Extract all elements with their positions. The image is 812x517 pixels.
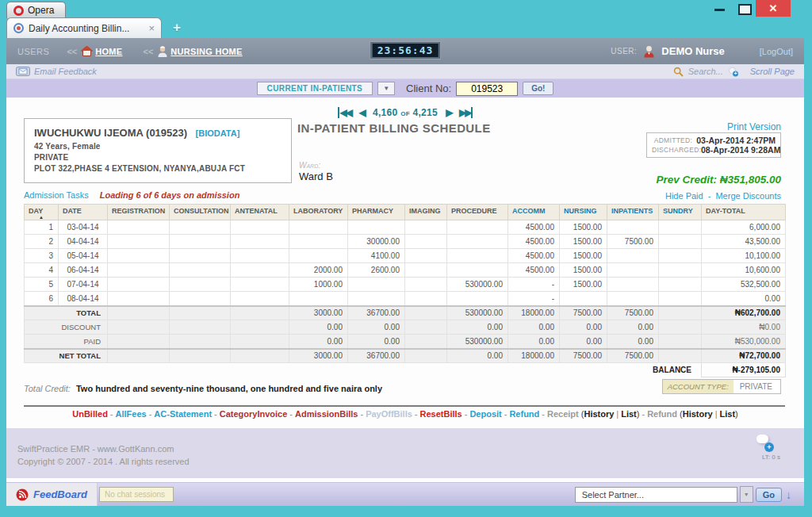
- action-link[interactable]: PayOffBills: [366, 409, 412, 419]
- nav-nursing-home-link[interactable]: << NURSING HOME: [143, 45, 242, 58]
- inpatients-dropdown-button[interactable]: ▼: [377, 82, 395, 95]
- column-header[interactable]: PHARMACY: [348, 205, 405, 220]
- column-header[interactable]: DAY▲: [25, 205, 59, 220]
- summary-cell: 18000.00: [508, 349, 560, 363]
- table-cell: [170, 292, 231, 306]
- action-link[interactable]: Refund: [509, 409, 539, 419]
- table-cell: [231, 235, 289, 249]
- summary-cell: [108, 306, 170, 320]
- history-link[interactable]: History: [683, 409, 713, 419]
- window-titlebar: Opera ✕: [0, 0, 812, 17]
- table-cell: 06-04-14: [59, 263, 108, 278]
- biodata-link[interactable]: [BIODATA]: [196, 128, 240, 138]
- summary-cell: 0.00: [607, 335, 659, 349]
- new-tab-button[interactable]: +: [168, 20, 186, 36]
- summary-row: NET TOTAL3000.0036700.000.0018000.007500…: [25, 349, 786, 363]
- link-separator: -: [642, 409, 645, 419]
- tab-close-icon[interactable]: ×: [148, 22, 155, 34]
- action-link[interactable]: Receipt: [547, 409, 579, 419]
- history-link[interactable]: History: [584, 409, 614, 419]
- partner-go-button[interactable]: Go: [756, 488, 782, 502]
- list-link[interactable]: List: [720, 409, 736, 419]
- table-cell: 1500.00: [560, 263, 607, 278]
- next-record-icon[interactable]: ▶: [446, 107, 451, 118]
- minimize-button[interactable]: [708, 0, 732, 16]
- summary-cell: [170, 335, 231, 349]
- table-cell: 04-04-14: [59, 235, 108, 249]
- list-link[interactable]: List: [621, 409, 637, 419]
- link-separator: -: [149, 409, 152, 419]
- link-separator: -: [415, 409, 418, 419]
- table-cell: [289, 249, 348, 263]
- select-partner-dropdown[interactable]: Select Partner...: [575, 487, 737, 503]
- summary-label: TOTAL: [25, 306, 108, 320]
- hide-paid-link[interactable]: Hide Paid: [665, 191, 703, 201]
- column-header[interactable]: REGISTRATION: [108, 205, 170, 220]
- summary-cell: [108, 349, 170, 363]
- search-icon[interactable]: [673, 67, 684, 77]
- maximize-button[interactable]: [732, 0, 756, 16]
- close-button[interactable]: ✕: [756, 0, 791, 17]
- account-type-label: ACCOUNT TYPE:: [663, 380, 733, 393]
- client-go-button[interactable]: Go!: [523, 82, 553, 95]
- client-no-input[interactable]: [456, 82, 518, 96]
- scroll-page-icon[interactable]: +: [728, 67, 739, 77]
- home-icon: [81, 46, 93, 56]
- column-header[interactable]: IMAGING: [405, 205, 447, 220]
- partner-dropdown-icon[interactable]: ▼: [740, 486, 753, 503]
- summary-cell: 0.00: [289, 335, 348, 349]
- column-header[interactable]: LABORATORY: [289, 205, 348, 220]
- admission-tasks-link[interactable]: Admission Tasks: [24, 190, 89, 200]
- nav-home-link[interactable]: << HOME: [67, 46, 122, 56]
- envelope-icon: [16, 67, 30, 76]
- email-feedback-link[interactable]: Email Feedback: [16, 67, 97, 76]
- table-cell: [348, 278, 405, 292]
- action-link[interactable]: AllFees: [116, 409, 147, 419]
- action-link[interactable]: AC-Statement: [154, 409, 212, 419]
- action-link[interactable]: Refund: [647, 409, 677, 419]
- action-link[interactable]: AdmissionBills: [295, 409, 358, 419]
- opera-menu-button[interactable]: Opera: [6, 2, 66, 18]
- merge-discounts-link[interactable]: Merge Discounts: [715, 191, 781, 201]
- column-header[interactable]: DAY-TOTAL: [702, 205, 786, 220]
- scroll-page-link[interactable]: Scroll Page: [750, 67, 795, 76]
- prev-record-icon[interactable]: ◀: [358, 107, 364, 118]
- print-version-link[interactable]: Print Version: [727, 121, 781, 132]
- client-selector-bar: CURRENT IN-PATIENTS ▼ Client No: Go!: [6, 79, 804, 98]
- column-header[interactable]: ACCOMM: [508, 205, 560, 220]
- home-label: HOME: [95, 47, 122, 56]
- table-cell: [231, 278, 289, 292]
- table-cell: -: [508, 278, 560, 292]
- column-header[interactable]: INPATIENTS: [607, 205, 659, 220]
- browser-tab[interactable]: Daily Accounting Billin... ×: [6, 17, 162, 38]
- action-link[interactable]: Deposit: [469, 409, 501, 419]
- table-cell: 0.00: [702, 292, 786, 306]
- last-record-icon[interactable]: ▶▶: [459, 107, 473, 118]
- scroll-top-icon[interactable]: +: [756, 435, 774, 452]
- tab-bar: Daily Accounting Billin... × +: [0, 17, 812, 38]
- column-header[interactable]: NURSING: [560, 205, 607, 220]
- column-header[interactable]: DATE: [59, 205, 108, 220]
- column-header[interactable]: ANTENATAL: [231, 205, 289, 220]
- first-record-icon[interactable]: ◀◀: [338, 107, 351, 118]
- table-cell: [108, 249, 170, 263]
- summary-cell: 0.00: [560, 335, 607, 349]
- action-link[interactable]: UnBilled: [72, 409, 108, 419]
- summary-cell: 7500.00: [607, 306, 659, 320]
- feedboard-button[interactable]: FeedBoard: [6, 483, 98, 506]
- page-title: IN-PATIENT BILLING SCHEDULE: [297, 121, 491, 135]
- current-inpatients-button[interactable]: CURRENT IN-PATIENTS: [257, 82, 373, 95]
- search-link[interactable]: Search...: [688, 67, 723, 76]
- patient-age-sex: 42 Years, Female: [34, 142, 282, 151]
- minimize-chat-icon[interactable]: ↓: [786, 488, 791, 501]
- discharged-label: DISCHARGED:: [652, 146, 701, 154]
- column-header[interactable]: PROCEDURE: [447, 205, 508, 220]
- page-footer: SwiftPractice EMR - www.GottKann.com Cop…: [6, 428, 804, 478]
- logout-link[interactable]: [LogOut]: [760, 47, 793, 56]
- action-link[interactable]: CategoryInvoice: [220, 409, 288, 419]
- summary-cell: [405, 335, 447, 349]
- action-link[interactable]: ResetBills: [420, 409, 462, 419]
- column-header[interactable]: CONSULTATION: [170, 205, 231, 220]
- table-cell: [607, 263, 659, 278]
- column-header[interactable]: SUNDRY: [659, 205, 702, 220]
